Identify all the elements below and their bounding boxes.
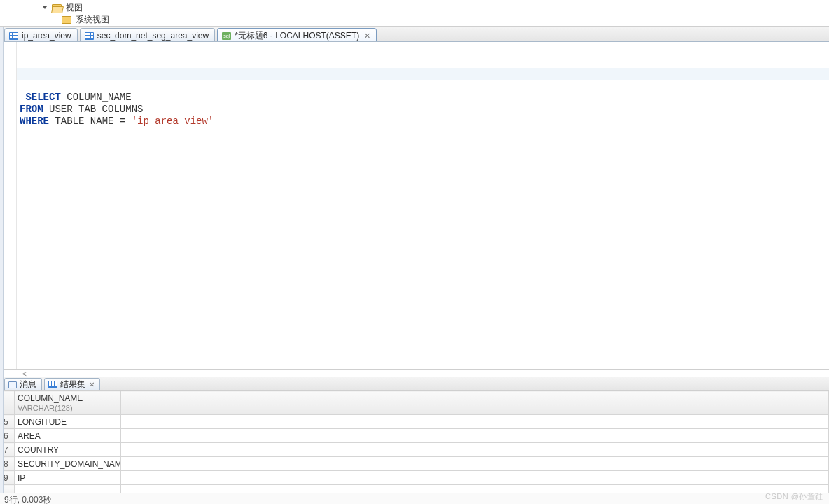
close-icon[interactable]: ✕ [364, 31, 370, 41]
tree-node-system-views[interactable]: 系统视图 [42, 14, 829, 26]
column-header-empty [121, 391, 829, 415]
column-header-column-name[interactable]: COLUMN_NAME VARCHAR(128) [15, 391, 121, 415]
editor-tabbar: ip_area_view sec_dom_net_seg_area_view s… [0, 27, 829, 42]
cell-column-name[interactable]: LONGITUDE [15, 415, 121, 429]
table-row[interactable]: 5 LONGITUDE [1, 415, 829, 429]
sql-editor[interactable]: SELECT COLUMN_NAME FROM USER_TAB_COLUMNS… [0, 42, 829, 370]
sql-text: TABLE_NAME = [49, 115, 132, 127]
editor-tab-ip-area-view[interactable]: ip_area_view [4, 28, 78, 41]
result-tabbar: 消息 结果集 ✕ [0, 377, 829, 391]
cell-column-name[interactable]: AREA [15, 429, 121, 443]
sql-keyword-select: SELECT [25, 92, 60, 103]
status-text: 9行, 0.003秒 [4, 495, 51, 504]
cell-empty [121, 457, 829, 471]
cell-column-name[interactable]: IP [15, 471, 121, 485]
editor-tab-untitled6[interactable]: sql *无标题6 - LOCALHOST(ASSET) ✕ [217, 28, 377, 41]
status-bar: 9行, 0.003秒 [0, 493, 829, 504]
result-tab-label: 消息 [20, 379, 36, 391]
editor-tab-label: *无标题6 - LOCALHOST(ASSET) [235, 30, 359, 42]
tree-node-label: 系统视图 [76, 14, 109, 26]
cell-empty [121, 471, 829, 485]
sql-string-literal: 'ip_area_view' [132, 115, 214, 127]
table-row[interactable]: 8 SECURITY_DOMAIN_NAME [1, 457, 829, 471]
sql-text: USER_TAB_COLUMNS [43, 104, 144, 115]
cell-column-name[interactable]: SECURITY_DOMAIN_NAME [15, 457, 121, 471]
table-icon [9, 32, 18, 40]
object-tree: 视图 系统视图 [0, 0, 829, 27]
editor-text-area[interactable]: SELECT COLUMN_NAME FROM USER_TAB_COLUMNS… [17, 42, 829, 369]
results-panel: COLUMN_NAME VARCHAR(128) 5 LONGITUDE 6 A… [0, 391, 829, 500]
message-icon [8, 382, 17, 388]
chevron-down-icon[interactable] [42, 5, 49, 12]
sql-text: COLUMN_NAME [61, 92, 132, 103]
folder-icon [62, 16, 71, 24]
column-header-label: COLUMN_NAME [18, 393, 118, 403]
result-tab-grid[interactable]: 结果集 ✕ [44, 378, 100, 390]
sql-icon: sql [222, 32, 231, 40]
table-row[interactable]: 6 AREA [1, 429, 829, 443]
result-tab-messages[interactable]: 消息 [4, 378, 42, 390]
sql-keyword-where: WHERE [20, 115, 49, 127]
table-row[interactable]: 9 IP [1, 471, 829, 485]
tree-node-views[interactable]: 视图 [42, 2, 829, 14]
close-icon[interactable]: ✕ [89, 381, 95, 388]
folder-open-icon [52, 4, 62, 12]
cell-empty [121, 415, 829, 429]
left-panel-edge [0, 27, 4, 504]
tree-node-label: 视图 [66, 2, 83, 14]
table-row[interactable]: 7 COUNTRY [1, 443, 829, 457]
editor-tab-label: ip_area_view [22, 31, 71, 41]
editor-tab-sec-dom-net-seg[interactable]: sec_dom_net_seg_area_view [80, 28, 215, 41]
results-grid[interactable]: COLUMN_NAME VARCHAR(128) 5 LONGITUDE 6 A… [0, 391, 829, 499]
current-line-highlight [17, 68, 829, 80]
table-icon [48, 381, 57, 388]
h-scroll-left-indicator[interactable]: < [0, 370, 829, 377]
text-caret [214, 116, 214, 127]
sql-keyword-from: FROM [20, 104, 43, 115]
cell-empty [121, 443, 829, 457]
cell-column-name[interactable]: COUNTRY [15, 443, 121, 457]
cell-empty [121, 429, 829, 443]
table-icon [85, 32, 94, 40]
column-header-type: VARCHAR(128) [18, 404, 118, 412]
result-tab-label: 结果集 [60, 379, 85, 391]
editor-tab-label: sec_dom_net_seg_area_view [97, 31, 209, 41]
